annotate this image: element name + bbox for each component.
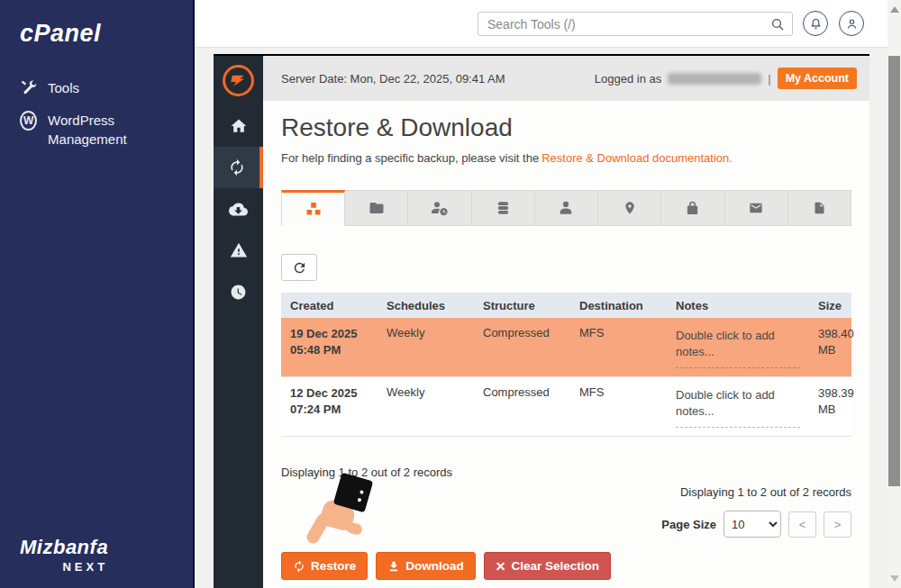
sidebar-item-tools[interactable]: Tools	[20, 78, 79, 97]
account-button[interactable]	[839, 11, 864, 36]
scroll-down-arrow-icon[interactable]	[890, 575, 899, 582]
backup-app-frame: Server Date: Mon, Dec 22, 2025, 09:41 AM…	[214, 54, 869, 588]
clear-selection-button-label: Clear Selection	[512, 559, 600, 573]
table-row[interactable]: 19 Dec 2025 05:48 PM Weekly Compressed M…	[281, 318, 851, 377]
schedules-value: Weekly	[378, 377, 474, 436]
records-summary: Displaying 1 to 2 out of 2 records	[680, 485, 851, 499]
sidebar-item-label: Tools	[48, 78, 79, 97]
download-icon	[387, 560, 400, 573]
tools-icon	[20, 78, 37, 96]
lock-icon	[685, 200, 700, 216]
page-size-label: Page Size	[661, 518, 716, 531]
size-value: 398.40 MB	[809, 318, 851, 376]
documentation-link[interactable]: Restore & Download documentation.	[542, 151, 733, 165]
pagination-controls: Page Size 10 < >	[661, 511, 851, 538]
refresh-icon	[292, 260, 307, 276]
search-input[interactable]	[478, 17, 770, 32]
cubes-icon	[305, 201, 322, 217]
column-header: Created	[281, 293, 378, 318]
column-header: Notes	[667, 293, 809, 318]
mizbanfa-logo: Mizbanfa NEXT	[20, 536, 108, 574]
search-box	[478, 12, 793, 36]
sync-icon	[228, 158, 246, 176]
rail-item-downloads[interactable]	[214, 188, 263, 230]
scrollbar-thumb[interactable]	[888, 56, 900, 486]
bell-icon	[809, 17, 823, 31]
logged-in-as-label: Logged in as	[595, 72, 661, 86]
rail-item-queue[interactable]	[214, 271, 263, 312]
tab-email-backups[interactable]	[725, 190, 788, 226]
redacted-username	[668, 73, 761, 85]
scroll-up-arrow-icon[interactable]	[890, 6, 899, 13]
restore-button-label: Restore	[311, 559, 356, 573]
app-statusbar: Server Date: Mon, Dec 22, 2025, 09:41 AM…	[263, 56, 869, 101]
tab-database-backups[interactable]	[472, 190, 535, 226]
next-page-button[interactable]: >	[824, 511, 851, 538]
footer-area: Displaying 1 to 2 out of 2 records Displ…	[281, 437, 851, 588]
user-tie-icon	[558, 200, 574, 216]
created-date: 12 Dec 2025	[290, 385, 369, 402]
cloud-download-icon	[229, 200, 248, 219]
created-time: 05:48 PM	[290, 342, 369, 358]
screen: cPanel Tools W WordPress Management Mizb…	[0, 0, 901, 588]
restore-button[interactable]: Restore	[281, 552, 368, 580]
rail-item-alerts[interactable]	[214, 230, 263, 271]
backup-type-tabs	[281, 190, 851, 226]
created-date: 19 Dec 2025	[290, 326, 369, 342]
notifications-button[interactable]	[803, 11, 828, 36]
rail-item-home[interactable]	[214, 105, 263, 147]
user-icon	[845, 17, 859, 31]
pointing-hand-graphic	[310, 476, 380, 556]
prev-page-button[interactable]: <	[788, 511, 816, 538]
tab-full-backups[interactable]	[281, 190, 345, 226]
app-nav-rail	[214, 56, 263, 588]
download-button[interactable]: Download	[376, 552, 476, 580]
cpanel-sidebar: cPanel Tools W WordPress Management Mizb…	[0, 0, 195, 588]
table-row[interactable]: 12 Dec 2025 07:24 PM Weekly Compressed M…	[281, 377, 851, 437]
tab-file-backups[interactable]	[345, 190, 408, 226]
download-button-label: Download	[405, 559, 464, 573]
app-main: Server Date: Mon, Dec 22, 2025, 09:41 AM…	[263, 56, 869, 588]
close-icon: ✕	[496, 559, 506, 574]
destination-value: MFS	[570, 377, 667, 436]
tab-security[interactable]	[661, 190, 724, 226]
tab-cron-backups[interactable]	[408, 190, 471, 226]
tab-logs[interactable]	[788, 190, 851, 226]
notes-placeholder[interactable]: Double click to add notes...	[676, 326, 800, 368]
size-value: 398.39 MB	[809, 377, 851, 436]
sidebar-item-wordpress-management[interactable]: W WordPress Management	[20, 111, 173, 149]
tab-destinations[interactable]	[598, 190, 661, 226]
restore-sync-icon	[293, 560, 305, 573]
notes-placeholder[interactable]: Double click to add notes...	[676, 385, 800, 428]
page-title: Restore & Download	[281, 113, 851, 142]
refresh-button[interactable]	[281, 254, 317, 281]
column-header: Schedules	[378, 293, 474, 318]
backups-table: Created Schedules Structure Destination …	[281, 293, 851, 437]
page-scrollbar[interactable]	[887, 0, 901, 588]
home-icon	[230, 117, 248, 135]
column-header: Destination	[570, 293, 667, 318]
map-marker-icon	[623, 200, 637, 216]
user-clock-icon	[431, 200, 449, 216]
mizbanfa-logo-sub: NEXT	[20, 560, 108, 574]
structure-value: Compressed	[474, 318, 570, 376]
page-content: Restore & Download For help finding a sp…	[263, 101, 869, 588]
clear-selection-button[interactable]: ✕ Clear Selection	[484, 552, 611, 580]
column-header: Structure	[474, 293, 570, 318]
jetbackup-logo[interactable]	[214, 56, 263, 105]
schedules-value: Weekly	[378, 318, 474, 376]
destination-value: MFS	[570, 318, 667, 376]
cpanel-logo[interactable]: cPanel	[20, 20, 101, 48]
structure-value: Compressed	[474, 377, 570, 436]
my-account-button[interactable]: My Account	[778, 68, 857, 89]
page-size-select[interactable]: 10	[724, 511, 781, 538]
server-date-text: Server Date: Mon, Dec 22, 2025, 09:41 AM	[281, 72, 505, 86]
table-header-row: Created Schedules Structure Destination …	[281, 293, 851, 318]
file-icon	[813, 200, 826, 216]
rail-item-restore[interactable]	[214, 147, 263, 188]
clock-icon	[230, 284, 247, 301]
envelope-icon	[748, 201, 764, 215]
search-icon[interactable]	[770, 17, 792, 32]
tab-account-backups[interactable]	[535, 190, 598, 226]
records-summary: Displaying 1 to 2 out of 2 records	[281, 466, 452, 479]
